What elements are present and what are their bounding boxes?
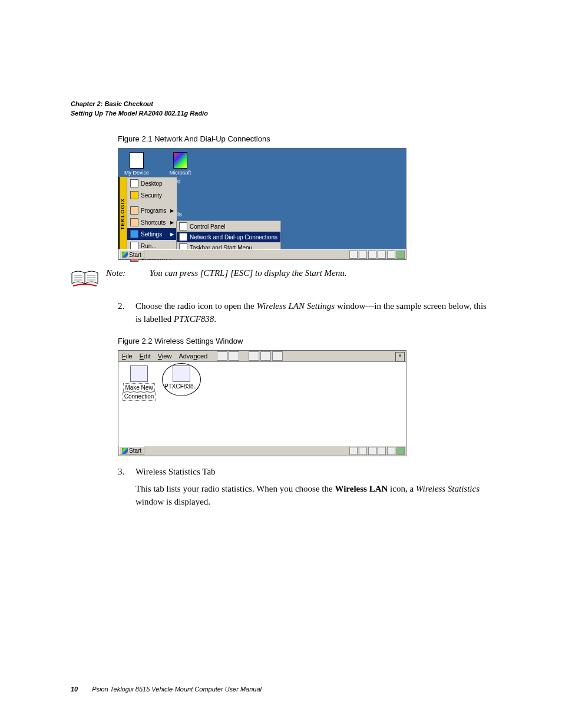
- page-footer: 10 Psion Teklogix 8515 Vehicle-Mount Com…: [71, 686, 262, 693]
- tray-icon[interactable]: [396, 447, 405, 455]
- toolbar-view-icon[interactable]: [249, 351, 259, 361]
- menu-bar: File Edit View Advanced: [118, 351, 406, 362]
- toolbar-view-icon[interactable]: [272, 351, 283, 361]
- folder-icon: [130, 206, 138, 215]
- windows-icon: [122, 448, 128, 454]
- chevron-right-icon: ▶: [170, 208, 174, 213]
- tray-icon[interactable]: [359, 251, 367, 259]
- step3-title: Wireless Statistics Tab: [135, 466, 491, 479]
- system-tray: [348, 447, 406, 455]
- menu-advanced[interactable]: Advanced: [178, 353, 207, 360]
- step2-text: Choose the radio icon to open the Wirele…: [135, 300, 491, 326]
- note-label: Note:: [106, 268, 147, 278]
- note-book-icon: [71, 268, 99, 289]
- icon-label: My Device: [122, 170, 151, 176]
- run-icon: [130, 242, 138, 250]
- chapter-label: Chapter 2: Basic Checkout: [71, 100, 491, 107]
- new-connection-icon: [130, 365, 148, 382]
- submenu-network-connections[interactable]: Network and Dial-up Connections: [177, 232, 280, 242]
- windows-icon: [122, 252, 128, 258]
- tray-icon[interactable]: [387, 251, 395, 259]
- section-label: Setting Up The Model RA2040 802.11g Radi…: [71, 110, 491, 117]
- tray-icon[interactable]: [349, 447, 358, 455]
- ptxcf838-connection[interactable]: PTXCF838...: [164, 365, 199, 390]
- toolbar-copy-icon[interactable]: [229, 351, 239, 361]
- page-number: 10: [71, 686, 78, 693]
- footer-title: Psion Teklogix 8515 Vehicle-Mount Comput…: [92, 686, 262, 693]
- taskbar: Start: [118, 249, 406, 259]
- start-item-security[interactable]: Security: [127, 189, 177, 201]
- step-number: 3.: [118, 466, 128, 509]
- tray-icon[interactable]: [349, 251, 358, 259]
- figure2-screenshot: File Edit View Advanced × Make New Conne…: [118, 350, 406, 456]
- item-label: Make New: [123, 383, 154, 392]
- start-item-settings[interactable]: Settings▶: [127, 228, 177, 240]
- tray-icon[interactable]: [396, 251, 405, 259]
- step3-text: Wireless Statistics Tab This tab lists y…: [135, 466, 491, 509]
- close-button[interactable]: ×: [395, 352, 405, 361]
- start-item-shortcuts[interactable]: Shortcuts▶: [127, 216, 177, 228]
- desktop-icon: [130, 179, 138, 187]
- peek-text: d: [177, 178, 181, 185]
- tray-icon[interactable]: [368, 251, 376, 259]
- tray-icon[interactable]: [378, 447, 386, 455]
- toolbar-cut-icon[interactable]: [217, 351, 227, 361]
- start-item-desktop[interactable]: Desktop: [127, 177, 177, 189]
- folder-icon: [130, 218, 138, 226]
- radio-icon: [173, 365, 190, 382]
- menu-edit[interactable]: Edit: [140, 353, 151, 360]
- toolbar: [217, 351, 239, 361]
- item-label: Connection: [123, 392, 156, 401]
- taskbar: Start: [118, 446, 406, 456]
- submenu-control-panel[interactable]: Control Panel: [177, 221, 280, 232]
- lock-icon: [130, 191, 138, 199]
- chevron-right-icon: ▶: [170, 220, 174, 225]
- item-label: PTXCF838...: [164, 383, 199, 390]
- tray-icon[interactable]: [378, 251, 386, 259]
- wordpad-icon: [173, 152, 187, 169]
- figure2-caption: Figure 2.2 Wireless Settings Window: [118, 337, 491, 345]
- start-button[interactable]: Start: [119, 446, 144, 455]
- start-item-programs[interactable]: Programs▶: [127, 205, 177, 216]
- toolbar-view-icon[interactable]: [260, 351, 271, 361]
- control-panel-icon: [179, 222, 187, 230]
- chevron-right-icon: ▶: [170, 232, 174, 237]
- make-new-connection[interactable]: Make New Connection: [122, 365, 156, 401]
- settings-submenu: Control Panel Network and Dial-up Connec…: [176, 220, 281, 253]
- tray-icon[interactable]: [387, 447, 395, 455]
- settings-icon: [130, 230, 138, 238]
- device-icon: [130, 152, 144, 169]
- start-button[interactable]: Start: [119, 251, 144, 259]
- desktop-icon-microsoft[interactable]: Microsoft: [166, 152, 195, 176]
- note-text: You can press [CTRL] [ESC] to display th…: [150, 268, 347, 278]
- figure1-screenshot: My Device Microsoft d ts TEKLOGIX Deskto…: [118, 148, 406, 260]
- tray-icon[interactable]: [368, 447, 376, 455]
- peek-text: ts: [177, 211, 182, 218]
- toolbar-view: [249, 351, 283, 361]
- desktop-icon-my-device[interactable]: My Device: [122, 152, 151, 176]
- figure1-caption: Figure 2.1 Network And Dial-Up Connectio…: [118, 134, 491, 143]
- menu-view[interactable]: View: [158, 353, 172, 360]
- system-tray: [348, 251, 406, 259]
- start-menu: Desktop Security Programs▶ Shortcuts▶ Se…: [127, 177, 177, 250]
- tray-icon[interactable]: [359, 447, 367, 455]
- network-icon: [179, 233, 187, 241]
- step-number: 2.: [118, 300, 128, 326]
- menu-file[interactable]: File: [122, 353, 133, 360]
- icon-label: Microsoft: [166, 170, 195, 176]
